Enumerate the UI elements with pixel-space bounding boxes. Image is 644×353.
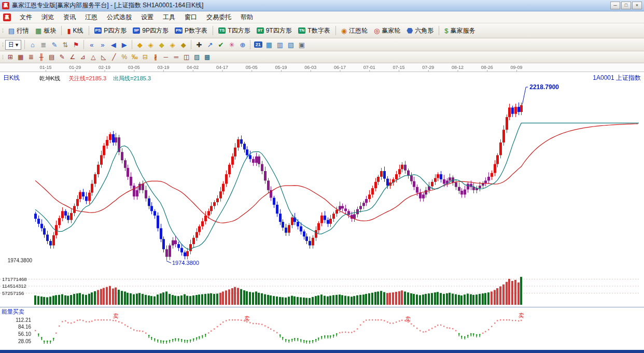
double-line-tool-icon[interactable]: ═ bbox=[172, 53, 181, 62]
minimize-button[interactable]: ─ bbox=[610, 2, 620, 9]
t-number-table-label: T数字表 bbox=[307, 26, 330, 35]
dense-grid-tool-icon[interactable]: ▦ bbox=[16, 53, 25, 62]
toolbar-button-9t-square[interactable]: 9T9T四方形 bbox=[254, 25, 295, 37]
toolbar-grip: ⁞ bbox=[2, 28, 3, 34]
toolbar-separator bbox=[83, 40, 84, 49]
gann-wheel-icon: ◉ bbox=[341, 27, 347, 34]
window-controls: ─□× bbox=[610, 2, 642, 9]
calendar-21-icon[interactable]: 21 bbox=[253, 40, 263, 50]
ray-tool-icon[interactable]: ╱ bbox=[109, 53, 119, 62]
toolbar-button-winner-wheel[interactable]: ◎赢家轮 bbox=[371, 25, 403, 37]
menu-item-file[interactable]: 文件 bbox=[15, 12, 37, 23]
gann-circle-icon[interactable]: ◈ bbox=[167, 40, 177, 50]
toolbar-button-quotes[interactable]: ▤行情 bbox=[5, 25, 32, 37]
menu-item-window[interactable]: 窗口 bbox=[180, 12, 202, 23]
quotes-icon: ▤ bbox=[8, 27, 15, 34]
prev-icon[interactable]: ◀ bbox=[108, 40, 118, 50]
gann-box-icon[interactable]: ◆ bbox=[157, 40, 166, 50]
toolbar-separator bbox=[132, 40, 132, 49]
pane-period-label: 日K线 bbox=[3, 74, 20, 82]
hline-tool-icon[interactable]: ─ bbox=[161, 53, 171, 62]
menu-item-browse[interactable]: 浏览 bbox=[37, 12, 59, 23]
flag-icon[interactable]: ⚑ bbox=[71, 40, 81, 50]
panel-mixed-icon[interactable]: ▧ bbox=[286, 40, 296, 50]
sort-icon[interactable]: ⇅ bbox=[60, 40, 70, 50]
winner-service-icon: $ bbox=[444, 27, 448, 34]
permille-tool-icon[interactable]: ‰ bbox=[130, 53, 139, 62]
toolbar-separator bbox=[191, 40, 191, 49]
hexagon-label: 六角形 bbox=[415, 26, 433, 35]
toolbar-separator bbox=[250, 40, 250, 49]
band-tool-icon[interactable]: ▤ bbox=[47, 53, 57, 62]
toolbar-button-p-square[interactable]: PSP四方形 bbox=[91, 25, 130, 37]
save-icon[interactable]: ▣ bbox=[297, 40, 306, 50]
9t-square-label: 9T四方形 bbox=[266, 26, 292, 35]
toolbar-button-t-number-table[interactable]: TNT数字表 bbox=[295, 25, 333, 37]
split-box-tool-icon[interactable]: ◫ bbox=[182, 53, 191, 62]
kline-chart-canvas[interactable] bbox=[0, 63, 644, 350]
star-tool-icon[interactable]: ✳ bbox=[227, 40, 236, 50]
trend-arrow-icon[interactable]: ↗ bbox=[205, 40, 215, 50]
grid-tool-icon[interactable]: ⊞ bbox=[6, 53, 15, 62]
toolbar-button-sectors[interactable]: ▦板块 bbox=[32, 25, 59, 37]
toolbar-separator bbox=[24, 40, 25, 49]
menu-item-help[interactable]: 帮助 bbox=[236, 12, 258, 23]
golden-section-tool-icon[interactable]: ⊟ bbox=[141, 53, 150, 62]
edit-icon[interactable]: ✎ bbox=[49, 40, 59, 50]
menu-item-tools[interactable]: 工具 bbox=[158, 12, 180, 23]
toolbar-button-t-square[interactable]: TST四方形 bbox=[215, 25, 254, 37]
period-dropdown[interactable]: 日 ▾ bbox=[5, 40, 22, 50]
9t-square-icon: 9T bbox=[257, 27, 264, 34]
gann-fan-tool-icon[interactable]: ⊿ bbox=[78, 53, 88, 62]
list-icon[interactable]: ≣ bbox=[38, 40, 48, 50]
wedge-tool-icon[interactable]: ◺ bbox=[99, 53, 108, 62]
exit-line-label: 出局线=2185.3 bbox=[113, 75, 151, 82]
rail-tool-icon[interactable]: ╫ bbox=[37, 53, 46, 62]
toolbar-separator bbox=[61, 26, 62, 35]
main-toolbar: ⁞▤行情▦板块▮K线PSP四方形9P9P四方形PNP数字表TST四方形9T9T四… bbox=[0, 23, 644, 38]
triangle-tool-icon[interactable]: △ bbox=[89, 53, 98, 62]
last-page-icon[interactable]: » bbox=[97, 40, 107, 50]
pencil-tool-icon[interactable]: ✎ bbox=[58, 53, 67, 62]
menu-item-formula-picker[interactable]: 公式选股 bbox=[102, 12, 136, 23]
sectors-label: 板块 bbox=[44, 26, 56, 35]
target-icon[interactable]: ⊕ bbox=[237, 40, 247, 50]
confirm-icon[interactable]: ✔ bbox=[216, 40, 226, 50]
parallel-lines-tool-icon[interactable]: ∦ bbox=[151, 53, 160, 62]
toolbar-button-p-number-table[interactable]: PNP数字表 bbox=[172, 25, 211, 37]
kline-label: K线 bbox=[73, 26, 83, 35]
home-icon[interactable]: ⌂ bbox=[27, 40, 37, 50]
toolbar-button-gann-wheel[interactable]: ◉江恩轮 bbox=[338, 25, 371, 37]
next-icon[interactable]: ▶ bbox=[119, 40, 129, 50]
gann-grid-icon[interactable]: ◆ bbox=[178, 40, 188, 50]
menu-bar: 赢 文件浏览资讯江恩公式选股设置工具窗口交易委托帮助 bbox=[0, 11, 644, 23]
menu-items: 文件浏览资讯江恩公式选股设置工具窗口交易委托帮助 bbox=[15, 12, 258, 23]
sectors-icon: ▦ bbox=[35, 27, 41, 34]
menu-item-news[interactable]: 资讯 bbox=[59, 12, 80, 23]
gann-square-icon[interactable]: ◆ bbox=[135, 40, 145, 50]
menu-item-trade-order[interactable]: 交易委托 bbox=[202, 12, 236, 23]
toolbar-button-9p-square[interactable]: 9P9P四方形 bbox=[130, 25, 172, 37]
chart-area: 日K线 乾坤K线 关注线=2185.3 出局线=2185.3 1A0001 上证… bbox=[0, 63, 644, 350]
menu-item-settings[interactable]: 设置 bbox=[136, 12, 158, 23]
panel-grid-icon[interactable]: ▦ bbox=[264, 40, 274, 50]
gann-fan-icon[interactable]: ◈ bbox=[146, 40, 156, 50]
panel-split-icon[interactable]: ▥ bbox=[275, 40, 285, 50]
toolbar-button-hexagon[interactable]: 六角形 bbox=[403, 25, 437, 37]
toolbar-button-kline[interactable]: ▮K线 bbox=[64, 25, 86, 37]
toolbar-button-winner-service[interactable]: $赢家服务 bbox=[441, 25, 478, 37]
percent-tool-icon[interactable]: % bbox=[120, 53, 129, 62]
crosshair-icon[interactable]: ✚ bbox=[194, 40, 204, 50]
first-page-icon[interactable]: « bbox=[87, 40, 96, 50]
9p-square-icon: 9P bbox=[133, 27, 140, 34]
toolbar-grip: ⁞ bbox=[2, 42, 3, 48]
hatch-tool-icon[interactable]: ▨ bbox=[192, 53, 202, 62]
close-button[interactable]: × bbox=[632, 2, 642, 9]
menu-item-gann[interactable]: 江恩 bbox=[80, 12, 102, 23]
energy-pane-title: 能量买卖 bbox=[2, 308, 24, 316]
angle-tool-icon[interactable]: ∠ bbox=[68, 53, 77, 62]
maximize-button[interactable]: □ bbox=[621, 2, 631, 9]
shade-tool-icon[interactable]: ▩ bbox=[203, 53, 212, 62]
p-square-label: P四方形 bbox=[104, 26, 127, 35]
ladder-tool-icon[interactable]: ≣ bbox=[26, 53, 36, 62]
